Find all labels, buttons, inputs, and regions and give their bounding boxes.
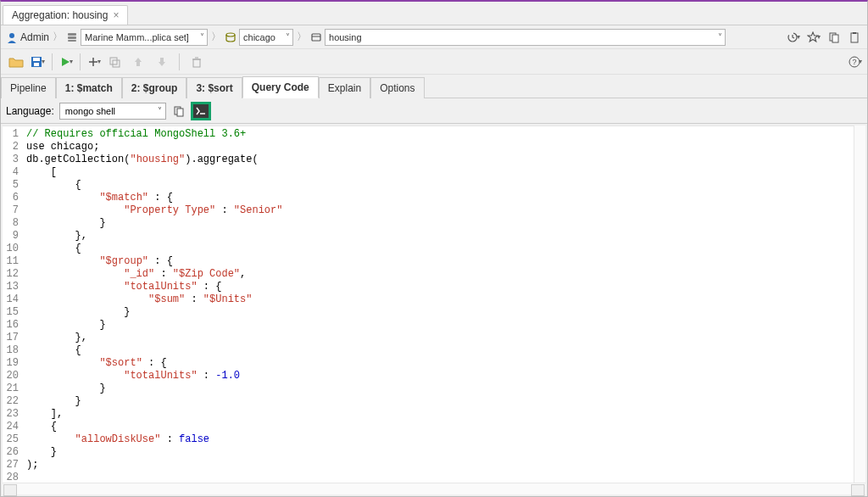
crumb-user[interactable]: Admin xyxy=(6,31,49,43)
svg-rect-5 xyxy=(312,34,320,41)
tab-pipeline[interactable]: Pipeline xyxy=(1,77,56,98)
code-line[interactable]: } xyxy=(26,319,865,332)
code-line[interactable]: "$group" : { xyxy=(26,255,865,268)
line-number: 28 xyxy=(3,472,19,483)
tab-options[interactable]: Options xyxy=(370,77,424,98)
right-toolbar: ▾ ▾ xyxy=(786,30,862,45)
tab-3-sort[interactable]: 3: $sort xyxy=(186,77,242,98)
tab-query-code[interactable]: Query Code xyxy=(242,76,319,98)
code-line[interactable]: ); xyxy=(26,459,865,472)
code-line[interactable]: }, xyxy=(26,332,865,344)
database-select[interactable]: chicago xyxy=(239,29,293,46)
add-button[interactable]: ▾ xyxy=(87,56,101,68)
folder-button[interactable] xyxy=(6,53,26,71)
doc-tab-aggregation[interactable]: Aggregation: housing × xyxy=(3,5,128,25)
vertical-scrollbar[interactable] xyxy=(854,126,865,483)
svg-rect-18 xyxy=(113,60,120,67)
code-line[interactable]: // Requires official MongoShell 3.6+ xyxy=(26,128,865,141)
line-number: 25 xyxy=(3,433,19,446)
crumb-database[interactable]: chicago xyxy=(225,29,293,46)
code-line[interactable]: }, xyxy=(26,230,865,243)
code-line[interactable]: ], xyxy=(26,408,865,421)
language-value: mongo shell xyxy=(65,106,115,116)
line-number: 5 xyxy=(3,179,19,192)
code-line[interactable]: { xyxy=(26,179,865,192)
collection-value: housing xyxy=(329,32,362,42)
terminal-icon xyxy=(196,107,206,115)
code-line[interactable]: } xyxy=(26,395,865,408)
line-number: 14 xyxy=(3,293,19,306)
copy-button[interactable] xyxy=(826,30,842,45)
move-down-button[interactable] xyxy=(152,53,172,71)
code-line[interactable] xyxy=(26,472,865,483)
code-line[interactable]: use chicago; xyxy=(26,141,865,154)
line-number: 8 xyxy=(3,217,19,230)
paste-button[interactable] xyxy=(847,30,862,45)
arrow-down-icon xyxy=(157,56,167,68)
code-line[interactable]: } xyxy=(26,383,865,395)
code-area[interactable]: // Requires official MongoShell 3.6+use … xyxy=(21,126,865,483)
line-number: 10 xyxy=(3,243,19,255)
svg-rect-1 xyxy=(68,33,76,36)
history-button[interactable]: ▾ xyxy=(786,30,801,45)
run-button[interactable]: ▾ xyxy=(59,56,73,68)
svg-rect-17 xyxy=(110,58,117,64)
server-icon xyxy=(66,31,78,43)
line-number: 6 xyxy=(3,192,19,204)
save-button[interactable]: ▾ xyxy=(30,55,45,69)
code-line[interactable]: "totalUnits" : { xyxy=(26,281,865,293)
line-number: 17 xyxy=(3,332,19,344)
code-line[interactable]: "Property Type" : "Senior" xyxy=(26,204,865,217)
language-label: Language: xyxy=(6,105,54,117)
help-button[interactable]: ? ▾ xyxy=(849,56,862,68)
crumb-collection[interactable]: housing xyxy=(310,29,726,46)
code-line[interactable]: "totalUnits" : -1.0 xyxy=(26,370,865,383)
svg-rect-10 xyxy=(851,33,858,42)
database-value: chicago xyxy=(243,32,275,42)
code-line[interactable]: [ xyxy=(26,166,865,179)
code-line[interactable]: "allowDiskUse" : false xyxy=(26,433,865,446)
crumb-sep: 〉 xyxy=(295,30,309,44)
code-line[interactable]: db.getCollection("housing").aggregate( xyxy=(26,154,865,166)
code-line[interactable]: "$match" : { xyxy=(26,192,865,204)
svg-rect-14 xyxy=(34,63,39,66)
svg-rect-11 xyxy=(853,32,856,34)
line-gutter: 1234567891011121314151617181920212223242… xyxy=(3,126,21,483)
copy-icon xyxy=(828,31,840,43)
tab-2-group[interactable]: 2: $group xyxy=(122,77,187,98)
code-line[interactable]: } xyxy=(26,446,865,459)
svg-rect-3 xyxy=(68,40,76,42)
line-number: 18 xyxy=(3,344,19,357)
language-select[interactable]: mongo shell xyxy=(59,103,166,120)
code-line[interactable]: { xyxy=(26,421,865,433)
code-line[interactable]: { xyxy=(26,243,865,255)
svg-rect-2 xyxy=(68,36,76,39)
collection-select[interactable]: housing xyxy=(325,29,726,46)
line-number: 13 xyxy=(3,281,19,293)
tab-1-match[interactable]: 1: $match xyxy=(56,77,122,98)
svg-text:?: ? xyxy=(852,58,856,66)
copy-icon xyxy=(173,105,185,117)
tab-explain[interactable]: Explain xyxy=(319,77,370,98)
copy-code-button[interactable] xyxy=(171,103,186,119)
duplicate-button[interactable] xyxy=(104,53,125,71)
close-icon[interactable]: × xyxy=(113,9,119,21)
code-line[interactable]: { xyxy=(26,344,865,357)
code-line[interactable]: "_id" : "$Zip Code", xyxy=(26,268,865,281)
delete-button[interactable] xyxy=(186,53,207,71)
crumb-connection[interactable]: Marine Mamm...plica set] xyxy=(66,29,208,46)
line-number: 20 xyxy=(3,370,19,383)
line-number: 3 xyxy=(3,154,19,166)
code-line[interactable]: } xyxy=(26,306,865,319)
code-editor[interactable]: 1234567891011121314151617181920212223242… xyxy=(3,126,865,494)
svg-point-0 xyxy=(9,33,14,38)
open-shell-button[interactable] xyxy=(192,103,210,120)
connection-select[interactable]: Marine Mamm...plica set] xyxy=(81,29,208,46)
favorite-button[interactable]: ▾ xyxy=(806,30,821,45)
horizontal-scrollbar[interactable] xyxy=(3,483,865,494)
line-number: 1 xyxy=(3,128,19,141)
code-line[interactable]: "$sum" : "$Units" xyxy=(26,293,865,306)
move-up-button[interactable] xyxy=(128,53,148,71)
code-line[interactable]: "$sort" : { xyxy=(26,357,865,370)
code-line[interactable]: } xyxy=(26,217,865,230)
